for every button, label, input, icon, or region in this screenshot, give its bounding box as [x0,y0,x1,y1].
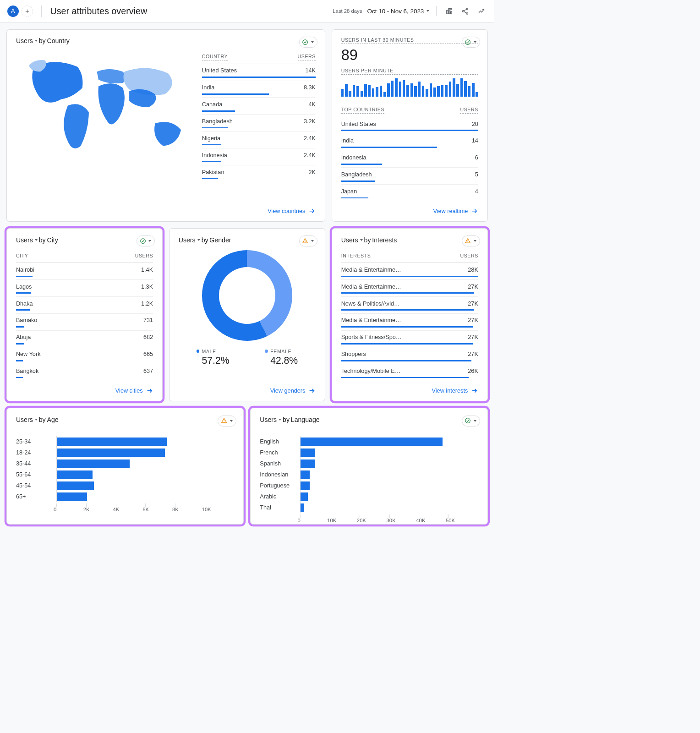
chevron-down-icon [474,420,476,422]
spark-bar [376,87,378,96]
spark-bar [406,85,409,96]
table-row[interactable]: United States20 [341,117,478,134]
table-row[interactable]: Sports & Fitness/Spo…27K [341,331,478,348]
hbar-bar [301,492,307,501]
view-genders-link[interactable]: View genders [270,387,316,394]
table-row[interactable]: Pakistan2K [202,165,316,179]
world-map-chart[interactable] [16,49,192,159]
card-status-pill[interactable] [299,235,317,246]
chevron-down-icon [360,239,363,241]
card-status-pill[interactable] [299,37,317,48]
metric-selector[interactable]: Users [341,236,358,244]
card-status-pill[interactable] [218,416,236,427]
table-row[interactable]: Bangladesh3.2K [202,115,316,131]
view-cities-link[interactable]: View cities [115,387,153,394]
row-bar [341,276,478,277]
table-row[interactable]: Bamako731 [16,314,153,331]
hbar-bar [57,492,87,501]
age-axis: 02K4K6K8K10K [56,502,234,507]
view-interests-link[interactable]: View interests [432,387,478,394]
table-row[interactable]: Japan4 [341,185,478,198]
table-row[interactable]: Nairobi1.4K [16,263,153,280]
hbar-row[interactable]: 25-34 [16,436,235,447]
hbar-row[interactable]: English [260,436,478,447]
table-row[interactable]: India8.3K [202,81,316,98]
hbar-row[interactable]: Indonesian [260,469,478,480]
spark-bar [403,80,405,97]
table-row[interactable]: Dhaka1.2K [16,297,153,314]
spark-bar [460,78,463,96]
hbar-row[interactable]: Thai [260,502,478,513]
hbar-row[interactable]: 35-44 [16,458,235,469]
row-value: 27K [468,301,478,307]
gender-donut-chart[interactable] [179,250,316,341]
spark-bar [349,91,351,97]
card-status-pill[interactable] [462,37,480,48]
row-bar [202,178,218,179]
hbar-label: Thai [260,504,300,511]
age-bar-chart[interactable]: 25-3418-2435-4455-6445-5465+ [16,436,235,502]
row-bar [341,326,473,328]
card-status-pill[interactable] [462,235,480,246]
table-row[interactable]: Bangladesh5 [341,168,478,185]
users-per-minute-sparkline[interactable] [341,78,478,97]
table-row[interactable]: Media & Entertainme…27K [341,314,478,331]
date-range-picker[interactable]: Oct 10 - Nov 6, 2023 [367,8,429,15]
row-bar [341,292,474,294]
table-row[interactable]: Shoppers27K [341,347,478,364]
table-row[interactable]: India14 [341,134,478,151]
table-row[interactable]: Canada4K [202,98,316,115]
topbar: A + User attributes overview Last 28 day… [0,0,494,22]
table-row[interactable]: Media & Entertainme…27K [341,280,478,297]
legend-label: MALE [202,349,216,354]
hbar-row[interactable]: French [260,447,478,458]
hbar-row[interactable]: 18-24 [16,447,235,458]
table-row[interactable]: News & Politics/Avid…27K [341,297,478,314]
insights-icon[interactable] [476,5,487,16]
metric-selector[interactable]: Users [16,416,33,423]
axis-tick: 6K [145,503,175,507]
metric-selector[interactable]: Users [16,236,33,244]
hbar-bar [57,481,94,490]
hbar-row[interactable]: 45-54 [16,480,235,491]
table-head-dim: COUNTRY [202,54,228,60]
customize-report-icon[interactable] [444,5,455,16]
row-bar [202,93,269,95]
share-icon[interactable] [460,5,471,16]
add-comparison-button[interactable]: + [22,5,33,17]
card-status-pill[interactable] [462,416,480,427]
spark-bar [441,85,444,97]
hbar-row[interactable]: Portuguese [260,480,478,491]
hbar-row[interactable]: 65+ [16,491,235,502]
table-row[interactable]: Nigeria2.4K [202,131,316,148]
divider [436,6,437,16]
language-bar-chart[interactable]: EnglishFrenchSpanishIndonesianPortuguese… [260,436,478,513]
row-bar [16,377,23,378]
hbar-row[interactable]: Arabic [260,491,478,502]
table-row[interactable]: Indonesia2.4K [202,148,316,165]
svg-point-3 [303,40,308,45]
table-row[interactable]: Indonesia6 [341,151,478,168]
metric-selector[interactable]: Users [179,236,196,244]
row-value: 27K [468,351,478,357]
metric-selector[interactable]: Users [16,37,33,44]
table-row[interactable]: Lagos1.3K [16,280,153,297]
chevron-down-icon [279,419,281,421]
hbar-row[interactable]: 55-64 [16,469,235,480]
metric-selector[interactable]: Users [260,416,277,423]
chevron-down-icon [311,41,314,43]
table-head-val: USERS [135,253,153,259]
account-avatar[interactable]: A [7,5,19,17]
table-row[interactable]: Bangkok637 [16,364,153,378]
chevron-down-icon [197,239,200,241]
card-status-pill[interactable] [137,235,155,246]
table-row[interactable]: United States14K [202,64,316,81]
table-row[interactable]: Technology/Mobile E…26K [341,364,478,378]
table-row[interactable]: Media & Entertainme…28K [341,263,478,280]
spark-bar [456,84,459,97]
table-row[interactable]: New York665 [16,347,153,364]
view-realtime-link[interactable]: View realtime [433,208,478,215]
table-row[interactable]: Abuja682 [16,331,153,348]
hbar-row[interactable]: Spanish [260,458,478,469]
view-countries-link[interactable]: View countries [268,208,316,215]
